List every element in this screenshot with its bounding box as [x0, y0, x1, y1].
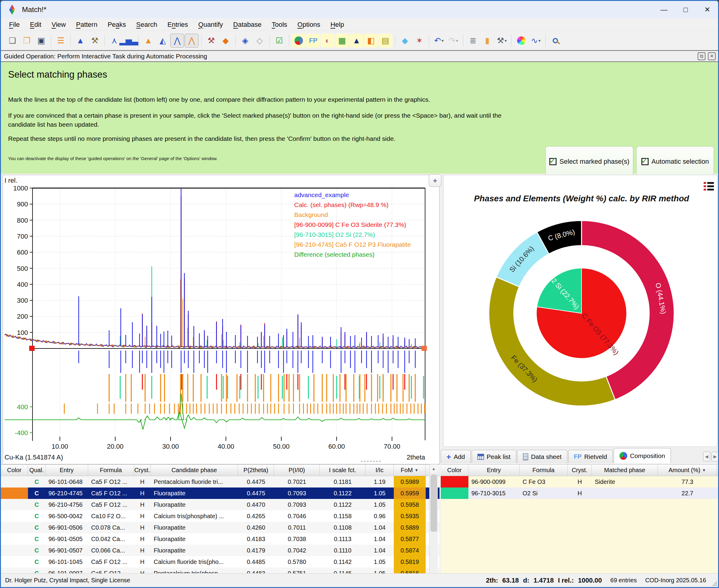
column-header-color[interactable]: Color [1, 465, 28, 476]
tab-composition[interactable]: Composition [614, 448, 671, 463]
menu-item-peaks[interactable]: Peaks [103, 21, 131, 28]
column-header-p-2theta[interactable]: P(2theta) [238, 465, 274, 476]
column-header-cryst[interactable]: Cryst. [134, 465, 151, 476]
peak-tools-button[interactable]: ⚒ [88, 34, 102, 47]
column-header-fom[interactable]: FoM▼ [394, 465, 426, 476]
candidate-row-96-901-0507[interactable]: C96-901-0507C0.066 Ca...HFluorapatite0.4… [1, 545, 440, 556]
column-header-entry[interactable]: Entry [45, 465, 88, 476]
column-header-formula[interactable]: Formula [520, 465, 568, 476]
unit-cell-button[interactable]: ▦ [335, 34, 349, 47]
zoom-in-button[interactable]: + [429, 174, 441, 187]
tab-peak-list[interactable]: Peak list [472, 450, 516, 463]
toolbar-separator [104, 35, 105, 47]
tabs-scroll-right-button[interactable]: ▶ [712, 452, 719, 461]
tab-add[interactable]: +Add [441, 450, 471, 463]
candidate-row-96-500-0042[interactable]: C96-500-0042Ca10 F2 O...HCalcium tris(ph… [1, 510, 440, 522]
save-button[interactable]: ▣ [34, 34, 48, 47]
matched-row-96-900-0099[interactable]: 96-900-0099C Fe O3HSiderite77.3 [441, 476, 719, 487]
new-document-button[interactable]: ❏ [5, 34, 19, 47]
column-header-i-scale-fct[interactable]: I scale fct. [320, 465, 365, 476]
candidate-row-96-210-4745[interactable]: C96-210-4745Ca5 F O12 ...HFluorapatite0.… [1, 487, 440, 499]
column-header-matched-phase[interactable]: Matched phase [592, 465, 658, 476]
peak-search-button[interactable]: ▲ [73, 34, 87, 47]
diamond-structure-button[interactable]: ◆ [398, 34, 412, 47]
candidate-row-96-101-0097[interactable]: C96-101-0097Ca5 F O12 ...HPentacalcium t… [1, 568, 440, 573]
menu-item-help[interactable]: Help [325, 21, 349, 28]
menu-item-pattern[interactable]: Pattern [71, 21, 103, 28]
close-button[interactable]: ✕ [696, 1, 718, 18]
splitter-handle[interactable] [341, 461, 401, 464]
tabs-scroll-left-button[interactable]: ◀ [703, 452, 710, 461]
matched-phases-table: ColorEntryFormulaCryst.Matched phaseAmou… [441, 464, 719, 573]
candidate-row-96-101-0648[interactable]: C96-101-0648Ca5 F O12 ...HPentacalcium f… [1, 476, 440, 487]
column-header-qual[interactable]: Qual. [28, 465, 45, 476]
candidate-row-96-210-4756[interactable]: C96-210-4756Ca5 F O12 ...HFluorapatite0.… [1, 499, 440, 510]
column-header-color[interactable]: Color [441, 465, 468, 476]
matched-row-96-710-3015[interactable]: 96-710-3015O2 SiH22.7 [441, 487, 719, 499]
composition-button[interactable]: ◐ [321, 34, 335, 47]
resize-grip[interactable] [713, 582, 717, 586]
column-header-i-ic[interactable]: I/Ic [365, 465, 394, 476]
menu-item-edit[interactable]: Edit [25, 21, 46, 28]
menu-item-database[interactable]: Database [228, 21, 267, 28]
pattern-settings-button[interactable]: ∿▾ [529, 34, 543, 47]
undo-button[interactable]: ↶▾ [432, 34, 446, 47]
select-phase-button[interactable]: ☑ [272, 34, 286, 47]
select-marked-phases-button[interactable]: ✓Select marked phase(s) [545, 146, 633, 177]
scroll-up-icon[interactable]: ▲ [429, 464, 438, 474]
pattern-overlay-button[interactable]: ◭ [156, 34, 170, 47]
quantify-pie-button[interactable] [292, 34, 305, 47]
data-column-button[interactable]: ▮ [481, 34, 494, 47]
raw-data-button[interactable]: ▂▅▃ [122, 34, 136, 47]
chart-menu-icon[interactable] [704, 182, 715, 190]
column-header-entry[interactable]: Entry [468, 465, 520, 476]
compare-pattern-button-2[interactable]: ⋀ [185, 34, 198, 47]
column-header-candidate-phase[interactable]: Candidate phase [151, 465, 238, 476]
scrollbar-thumb[interactable] [430, 475, 437, 532]
compare-pattern-button-1[interactable]: ⋀ [170, 34, 184, 47]
crystal-cube-button[interactable]: ◧ [364, 34, 378, 47]
color-swatch [1, 568, 28, 573]
profile-peak-button[interactable]: ▲ [350, 34, 363, 47]
rietveld-fp-button[interactable]: FP [306, 34, 320, 47]
legend-entry: [96-710-3015] O2 Si (22.7%) [294, 230, 411, 239]
menu-item-search[interactable]: Search [131, 21, 163, 28]
menu-item-file[interactable]: File [4, 21, 25, 28]
close-panel-icon[interactable]: ✕ [708, 52, 716, 60]
column-header-cryst[interactable]: Cryst. [568, 465, 592, 476]
menu-item-tools[interactable]: Tools [267, 21, 292, 28]
iucr-button[interactable]: ✶ [413, 34, 426, 47]
color-wheel-button[interactable] [514, 34, 528, 47]
menu-item-view[interactable]: View [46, 21, 71, 28]
column-header-formula[interactable]: Formula [88, 465, 134, 476]
menu-item-options[interactable]: Options [292, 21, 325, 28]
menu-item-entries[interactable]: Entries [163, 21, 193, 28]
minimize-button[interactable]: — [653, 1, 675, 18]
search-zoom-button[interactable] [548, 34, 562, 47]
entry-list-button[interactable]: ☰ [54, 34, 68, 47]
tab-rietveld[interactable]: FPRietveld [568, 450, 613, 463]
report-button[interactable]: ▤ [378, 34, 392, 47]
undock-icon[interactable]: ⧉ [698, 52, 705, 60]
database-button[interactable]: ≣ [466, 34, 480, 47]
candidate-row-96-101-1045[interactable]: C96-101-1045Ca5 F O12 ...HCalcium fluori… [1, 556, 440, 568]
column-header-p-i-i0[interactable]: P(I/I0) [274, 465, 320, 476]
svg-text:600: 600 [17, 249, 28, 256]
candidate-row-96-901-0506[interactable]: C96-901-0506C0.078 Ca...HFluorapatite0.4… [1, 522, 440, 533]
svg-text:200: 200 [17, 313, 28, 320]
redo-button[interactable]: ↷▾ [446, 34, 460, 47]
open-file-button[interactable]: ❒ [20, 34, 34, 47]
search-match-settings-button[interactable]: ⚒ [204, 34, 218, 47]
automatic-selection-button[interactable]: ✓Automatic selection [636, 146, 714, 177]
candidate-diamond-button[interactable]: ◆ [219, 34, 233, 47]
manual-peaks-button[interactable]: ◇ [253, 34, 267, 47]
tab-data-sheet[interactable]: Data sheet [517, 450, 567, 463]
background-peak-button[interactable]: ▲ [141, 34, 155, 47]
tools-button[interactable]: ⚒▾ [495, 34, 509, 47]
menu-item-quantify[interactable]: Quantify [193, 21, 228, 28]
analyse-peaks-button[interactable]: ◈ [238, 34, 252, 47]
candidate-list-scrollbar[interactable]: ▲ [429, 464, 438, 573]
candidate-row-96-901-0505[interactable]: C96-901-0505C0.042 Ca...HFluorapatite0.4… [1, 533, 440, 545]
column-header-amount[interactable]: Amount (%)▼ [658, 465, 717, 476]
maximize-button[interactable]: □ [675, 1, 696, 18]
